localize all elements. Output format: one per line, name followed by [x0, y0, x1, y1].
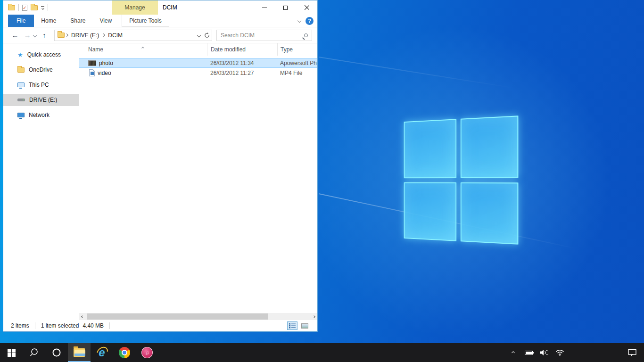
details-view-icon	[289, 323, 296, 329]
explorer-content: ★ Quick access OneDrive This PC DRIVE (E…	[3, 43, 317, 320]
divider	[109, 322, 110, 329]
address-bar-controls	[198, 33, 210, 38]
windows-logo-pane	[404, 182, 456, 241]
divider	[18, 4, 19, 11]
refresh-icon[interactable]	[204, 33, 210, 38]
customize-toolbar-icon[interactable]	[41, 6, 44, 9]
breadcrumb-chevron-icon[interactable]	[65, 33, 68, 37]
taskbar-chrome-button[interactable]	[113, 343, 136, 362]
navigation-pane: ★ Quick access OneDrive This PC DRIVE (E…	[3, 43, 79, 320]
network-icon	[17, 113, 25, 117]
location-folder-icon	[58, 33, 65, 38]
sidebar-item-drive-e[interactable]: DRIVE (E:)	[3, 94, 79, 106]
thumbnail-view-button[interactable]	[299, 321, 310, 330]
action-center-icon[interactable]	[627, 349, 637, 356]
divider	[48, 4, 48, 11]
quick-access-toolbar: ✓	[3, 4, 48, 11]
breadcrumb-chevron-icon[interactable]	[102, 33, 105, 37]
scroll-right-icon[interactable]	[310, 313, 317, 320]
file-name-cell: photo	[79, 60, 207, 66]
title-bar: ✓ Manage DCIM	[3, 0, 317, 15]
file-row-video[interactable]: video 26/03/2012 11:27 MP4 File	[79, 68, 317, 78]
details-view-button[interactable]	[287, 321, 297, 330]
battery-icon[interactable]	[523, 351, 534, 355]
sidebar-item-label: DRIVE (E:)	[29, 97, 57, 103]
maximize-button[interactable]	[275, 0, 296, 15]
horizontal-scrollbar[interactable]	[79, 313, 317, 320]
sidebar-item-quick-access[interactable]: ★ Quick access	[3, 49, 79, 61]
breadcrumb-drive[interactable]: DRIVE (E:)	[69, 32, 101, 39]
new-folder-icon[interactable]	[31, 5, 38, 10]
expand-ribbon-icon[interactable]	[297, 19, 301, 23]
tab-picture-tools[interactable]: Picture Tools	[122, 15, 169, 27]
light-ray	[319, 57, 514, 89]
taskbar-file-explorer-button[interactable]	[68, 343, 91, 362]
taskbar: e ♫	[0, 343, 644, 362]
help-icon[interactable]: ?	[305, 17, 314, 25]
system-tray	[508, 343, 644, 362]
file-type-cell: Apowersoft Pho	[277, 60, 317, 66]
tab-file[interactable]: File	[8, 15, 34, 27]
tab-share[interactable]: Share	[63, 15, 92, 27]
search-input[interactable]	[221, 32, 304, 39]
scroll-left-icon[interactable]	[79, 313, 86, 320]
sidebar-item-label: Network	[29, 112, 50, 118]
file-row-photo[interactable]: photo 26/03/2012 11:34 Apowersoft Pho	[79, 58, 317, 68]
search-box	[216, 30, 312, 41]
start-button[interactable]	[0, 343, 23, 362]
properties-icon[interactable]: ✓	[22, 5, 27, 11]
file-list-pane[interactable]: Name Date modified Type photo 26/03/2012…	[79, 43, 317, 320]
column-header-type[interactable]: Type	[277, 43, 317, 56]
volume-icon[interactable]	[539, 349, 549, 356]
search-icon[interactable]	[304, 33, 308, 37]
manage-contextual-tab[interactable]: Manage	[112, 0, 158, 15]
sidebar-item-label: This PC	[29, 82, 49, 88]
up-button[interactable]: ↑	[38, 31, 50, 39]
tab-view[interactable]: View	[92, 15, 119, 27]
divider	[35, 322, 35, 329]
windows-logo-pane	[404, 119, 456, 178]
search-icon	[29, 348, 39, 357]
tab-home[interactable]: Home	[34, 15, 63, 27]
taskbar-itunes-button[interactable]: ♫	[136, 343, 158, 362]
scrollbar-thumb[interactable]	[87, 313, 268, 320]
file-explorer-icon	[74, 348, 85, 357]
sidebar-item-this-pc[interactable]: This PC	[3, 79, 79, 91]
sidebar-item-onedrive[interactable]: OneDrive	[3, 64, 79, 76]
breadcrumb-folder[interactable]: DCIM	[106, 32, 125, 39]
windows-start-icon	[8, 349, 16, 357]
photo-thumbnail-icon	[88, 60, 96, 66]
address-dropdown-icon[interactable]	[197, 33, 201, 37]
column-header-date-modified[interactable]: Date modified	[207, 43, 277, 56]
file-name: photo	[99, 60, 113, 66]
recent-locations-icon[interactable]	[33, 33, 37, 37]
tray-expand-icon[interactable]	[508, 352, 518, 354]
cortana-button[interactable]	[45, 343, 68, 362]
quick-access-star-icon: ★	[17, 52, 23, 58]
taskbar-search-button[interactable]	[23, 343, 45, 362]
minimize-button[interactable]	[254, 0, 275, 15]
file-modified-cell: 26/03/2012 11:34	[207, 60, 277, 66]
view-toggles	[287, 321, 310, 330]
file-name: video	[98, 70, 111, 76]
address-bar[interactable]: DRIVE (E:) DCIM	[54, 30, 212, 41]
drive-icon	[17, 99, 25, 101]
status-bar: 2 items 1 item selected 4.40 MB	[3, 320, 317, 331]
sidebar-item-network[interactable]: Network	[3, 109, 79, 121]
taskbar-internet-explorer-button[interactable]: e	[91, 343, 113, 362]
back-button[interactable]: ←	[9, 31, 21, 39]
selection-count: 1 item selected	[41, 322, 79, 329]
forward-button[interactable]: →	[21, 31, 33, 39]
mp4-file-icon	[89, 69, 95, 76]
close-icon	[305, 5, 309, 10]
column-header-name[interactable]: Name	[79, 43, 207, 56]
ribbon-tabs: File Home Share View Picture Tools ?	[3, 15, 317, 27]
sidebar-item-label: Quick access	[27, 51, 61, 58]
close-button[interactable]	[296, 0, 317, 15]
column-headers: Name Date modified Type	[79, 43, 317, 56]
file-name-cell: video	[79, 69, 207, 76]
navigation-bar: ← → ↑ DRIVE (E:) DCIM	[3, 27, 317, 43]
wifi-icon[interactable]	[554, 349, 565, 356]
window-title: DCIM	[163, 0, 177, 15]
this-pc-monitor-icon	[17, 82, 25, 87]
